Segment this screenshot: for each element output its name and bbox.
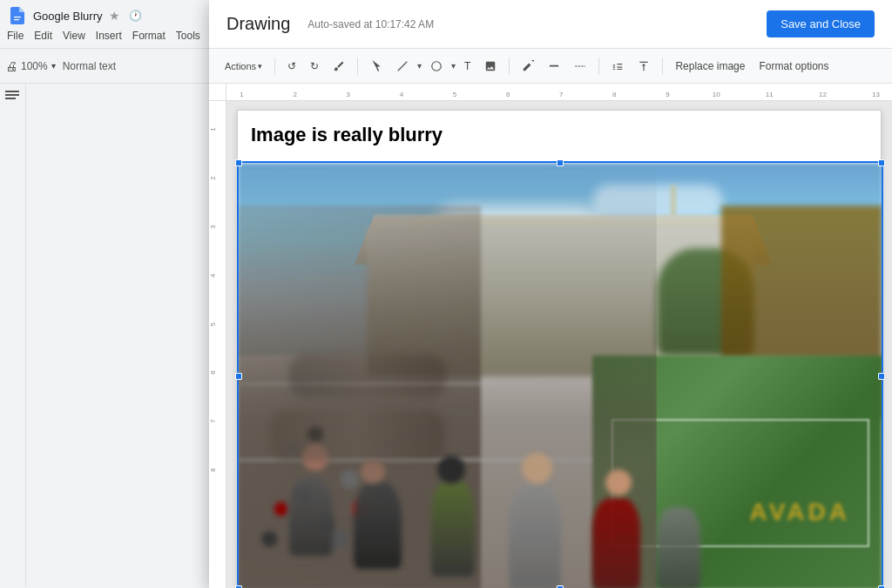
menu-edit[interactable]: Edit — [34, 30, 52, 42]
text-style[interactable]: Normal text — [63, 60, 116, 72]
docs-title-row: Google Blurry ★ 🕐 — [0, 0, 209, 28]
zoom-chevron[interactable]: ▾ — [51, 61, 56, 71]
svg-rect-4 — [550, 64, 559, 66]
image-caption-text: Image is really blurry — [251, 124, 443, 146]
drawing-toolbar: Actions ▾ ↺ ↻ ▾ ▾ T — [209, 49, 892, 84]
ruler-vertical: 1 2 3 4 5 6 7 8 — [209, 101, 226, 588]
dialog-header: Drawing Auto-saved at 10:17:42 AM Save a… — [209, 0, 892, 49]
actions-chevron-icon: ▾ — [258, 62, 262, 71]
docs-icon — [7, 5, 28, 26]
canvas-scroll[interactable]: Image is really blurry — [226, 101, 892, 588]
docs-background: Google Blurry ★ 🕐 File Edit View Insert … — [0, 0, 209, 588]
docs-title: Google Blurry — [33, 10, 102, 23]
person-4-head — [522, 453, 552, 483]
undo-button[interactable]: ↺ — [282, 57, 301, 76]
pen-tool-button[interactable] — [517, 57, 539, 76]
person-3 — [431, 481, 475, 577]
menu-insert[interactable]: Insert — [96, 30, 122, 42]
replace-image-button[interactable]: Replace image — [670, 57, 750, 76]
format-options-button[interactable]: Format options — [753, 57, 834, 76]
select-tool-button[interactable] — [365, 57, 388, 76]
docs-toolbar: 🖨 100% ▾ Normal text — [0, 49, 209, 84]
drawing-canvas: Image is really blurry — [237, 110, 882, 588]
print-icon[interactable]: 🖨 — [5, 59, 17, 73]
image-tool-button[interactable] — [479, 57, 502, 76]
docs-topbar: Google Blurry ★ 🕐 File Edit View Insert … — [0, 0, 209, 49]
person-2-head — [361, 459, 385, 483]
autosave-text: Auto-saved at 10:17:42 AM — [307, 18, 434, 30]
person-5 — [592, 498, 640, 588]
svg-point-3 — [432, 61, 442, 71]
save-and-close-button[interactable]: Save and Close — [767, 10, 875, 37]
field-text: AVADA — [750, 498, 850, 526]
svg-rect-0 — [14, 17, 21, 17]
paragraph-icon — [0, 84, 25, 106]
menu-tools[interactable]: Tools — [176, 30, 200, 42]
canvas-area: 1 2 3 4 5 6 7 8 Image is really blurry — [209, 101, 892, 588]
line-tool-chevron[interactable]: ▾ — [417, 61, 422, 71]
crowd-row-1 — [270, 409, 444, 462]
person-6 — [657, 507, 700, 588]
docs-side-panel — [0, 84, 26, 587]
dialog-header-left: Drawing Auto-saved at 10:17:42 AM — [226, 14, 434, 34]
paintformat-button[interactable] — [328, 57, 350, 76]
dialog-title: Drawing — [226, 14, 290, 34]
crowd-row-2 — [289, 355, 446, 398]
shape-chevron[interactable]: ▾ — [451, 61, 456, 71]
toolbar-divider-1 — [274, 57, 275, 75]
stadium-image[interactable]: AVADA — [238, 163, 882, 588]
history-icon[interactable]: 🕐 — [129, 10, 142, 22]
zoom-level[interactable]: 100% — [21, 60, 48, 72]
person-2 — [354, 482, 402, 569]
actions-label: Actions — [225, 61, 256, 71]
star-icon[interactable]: ★ — [109, 9, 120, 23]
toolbar-divider-2 — [357, 57, 358, 75]
ruler-corner — [209, 84, 226, 101]
toolbar-divider-3 — [509, 57, 510, 75]
menu-file[interactable]: File — [7, 30, 24, 42]
replace-image-label: Replace image — [675, 60, 745, 72]
person-4 — [509, 485, 561, 588]
arrange-button[interactable] — [606, 57, 629, 76]
svg-line-2 — [398, 61, 408, 71]
svg-rect-1 — [14, 19, 19, 20]
menu-format[interactable]: Format — [132, 30, 166, 42]
shape-tool-button[interactable] — [425, 57, 448, 76]
line-tool-button[interactable] — [391, 57, 414, 76]
format-options-label: Format options — [759, 60, 828, 72]
drawing-dialog: Drawing Auto-saved at 10:17:42 AM Save a… — [209, 0, 892, 588]
person-3-head — [437, 456, 465, 483]
text-tool-button[interactable]: T — [459, 57, 476, 76]
person-1 — [289, 477, 333, 556]
toolbar-divider-4 — [598, 57, 599, 75]
align-button[interactable] — [632, 57, 655, 76]
actions-button[interactable]: Actions ▾ — [220, 59, 267, 73]
ruler-horizontal: 1 2 3 4 5 6 7 8 9 10 11 12 13 — [226, 84, 892, 101]
ruler-marks-h: 1 2 3 4 5 6 7 8 9 10 11 12 13 — [226, 84, 892, 100]
toolbar-divider-5 — [662, 57, 663, 75]
dash-style-button[interactable] — [569, 57, 591, 76]
menu-view[interactable]: View — [63, 30, 85, 42]
person-5-head — [605, 470, 632, 496]
docs-menu-bar: File Edit View Insert Format Tools — [0, 28, 209, 44]
line-weight-button[interactable] — [543, 57, 565, 76]
redo-button[interactable]: ↻ — [305, 57, 324, 76]
ruler-container: 1 2 3 4 5 6 7 8 9 10 11 12 13 — [209, 84, 892, 101]
